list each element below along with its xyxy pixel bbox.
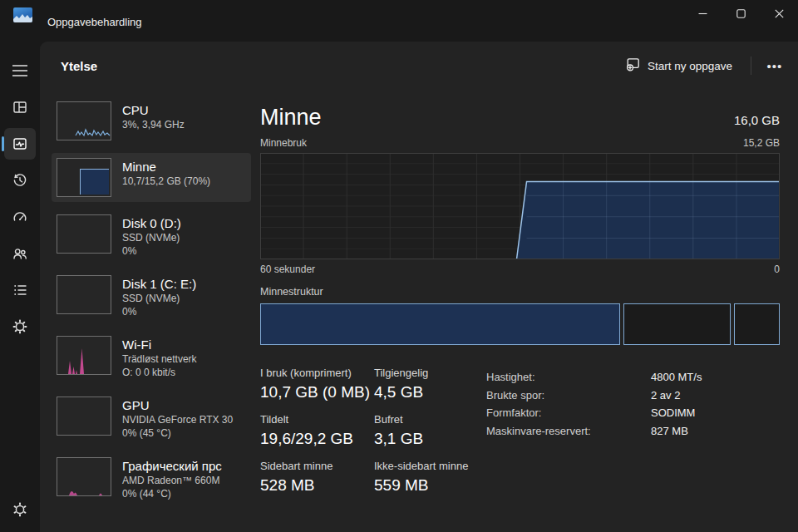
detail-hardware-reserved: Maskinvare-reservert: 827 MB [486,422,702,441]
perf-item-gpu0[interactable]: GPU NVIDIA GeForce RTX 30 0% (45 °C) [52,392,251,445]
page-header: Ytelse Start ny oppgave ••• [40,42,798,90]
main-panel: Ytelse Start ny oppgave ••• CPU 3%, 3,94… [40,42,798,532]
history-clock-icon [12,172,28,189]
stat-paged-pool: Sidebart minne 528 MB [260,460,370,497]
memory-detail-pane: Minne 16,0 GB Minnebruk 15,2 GB 60 se [260,105,780,508]
perf-item-wifi[interactable]: Wi-Fi Trädløst nettverk O: 0 0 kbit/s [52,331,251,384]
nav-item-performance[interactable] [4,128,36,160]
stat-in-use: I bruk (komprimert) 10,7 GB (0 MB) [260,367,370,404]
perf-item-disk0[interactable]: Disk 0 (D:) SSD (NVMe) 0% [52,209,251,263]
memory-usage-graph [260,153,780,259]
composition-segment-in-use[interactable] [260,303,620,345]
memory-mini-graph [57,158,111,197]
perf-item-memory[interactable]: Minne 10,7/15,2 GB (70%) [52,153,251,202]
memory-composition-label: Minnestruktur [260,286,780,298]
performance-icon [12,135,28,152]
page-title: Ytelse [61,59,97,73]
details-list-icon [12,282,28,298]
detail-form-factor: Formfaktor: SODIMM [486,404,702,422]
time-axis-zero: 0 [774,264,780,275]
run-new-task-label: Start ny oppgave [648,60,732,72]
cpu-mini-graph [57,101,111,140]
memory-capacity: 16,0 GB [734,113,780,130]
maximize-button[interactable] [722,0,760,27]
run-new-task-button[interactable]: Start ny oppgave [616,52,742,80]
hamburger-icon [12,65,27,76]
selection-indicator [2,136,4,151]
window-title: Oppgavebehardling [47,16,141,28]
gauge-icon [12,209,28,225]
memory-composition-bar [260,303,780,345]
nav-item-users[interactable] [4,238,36,269]
stat-non-paged-pool: Ikke-sidebart minne 559 MB [374,460,468,497]
usage-chart-max: 15,2 GB [743,137,780,149]
composition-segment-standby[interactable] [623,303,731,345]
memory-mini-fill [80,169,109,195]
detail-speed: Hastighet: 4800 MT/s [486,368,702,387]
disk0-mini-graph [57,214,111,254]
more-options-button[interactable]: ••• [760,53,790,78]
gpu0-mini-graph [57,397,111,436]
services-gear-icon [12,318,28,335]
nav-item-startup-apps[interactable] [4,201,36,233]
usage-chart-label: Minnebruk [260,137,307,149]
close-button[interactable] [760,0,798,27]
detail-slots-used: Brukte spor: 2 av 2 [486,387,702,405]
wifi-mini-graph [57,336,111,375]
nav-item-app-history[interactable] [4,165,36,196]
menu-button[interactable] [4,55,36,86]
time-axis-label: 60 sekunder [260,264,315,275]
titlebar: Oppgavebehardling [0,0,798,42]
stat-committed: Tildelt 19,6/29,2 GB [260,413,370,451]
new-task-window-icon [626,57,640,74]
hardware-details: Hastighet: 4800 MT/s Brukte spor: 2 av 2… [486,368,702,440]
stat-available: Tilgiengelig 4,5 GB [374,367,468,404]
perf-item-cpu[interactable]: CPU 3%, 3,94 GHz [52,96,251,145]
nav-item-processes[interactable] [4,91,36,123]
settings-gear-icon [12,501,28,518]
stat-cached: Bufret 3,1 GB [374,413,468,451]
minimize-button[interactable] [683,0,722,27]
nav-item-services[interactable] [4,311,36,342]
memory-stats: I bruk (komprimert) 10,7 GB (0 MB) Tilde… [260,367,780,508]
nav-item-settings[interactable] [4,494,36,525]
memory-title: Minne [260,105,322,130]
nav-item-details[interactable] [4,274,36,306]
task-manager-app-icon [13,7,32,22]
disk1-mini-graph [57,275,111,314]
perf-item-gpu1[interactable]: Графический прс AMD Radeon™ 660M 0% (44 … [52,452,251,505]
gpu1-mini-graph [57,457,111,496]
processes-icon [12,99,28,116]
perf-item-disk1[interactable]: Disk 1 (C: E:) SSD (NVMe) 0% [52,270,251,323]
navigation-rail [0,42,40,532]
performance-sidebar-list: CPU 3%, 3,94 GHz Minne 10,7/15,2 GB (70%… [52,96,251,513]
header-divider [751,57,751,75]
composition-segment-free[interactable] [734,303,780,345]
users-icon [12,245,28,262]
